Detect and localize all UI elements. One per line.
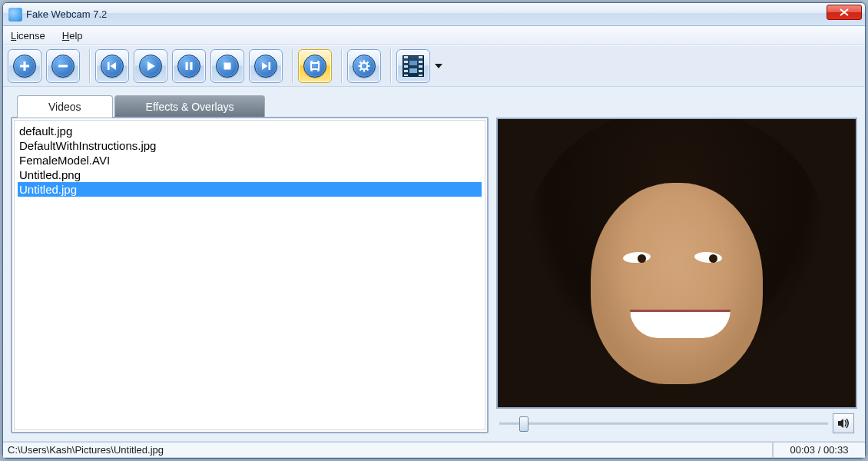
separator — [292, 49, 293, 83]
skip-next-icon — [254, 55, 277, 78]
add-button[interactable] — [8, 49, 41, 83]
close-icon — [840, 8, 849, 16]
svg-rect-7 — [269, 62, 271, 70]
media-type-dropdown[interactable] — [396, 49, 442, 83]
prev-button[interactable] — [95, 49, 129, 83]
list-item[interactable]: Untitled.png — [18, 167, 482, 182]
chevron-down-icon — [435, 64, 442, 68]
status-time: 00:03 / 00:33 — [773, 442, 865, 458]
left-pane: Videos Effects & Overlays default.jpg De… — [11, 95, 489, 433]
pause-button[interactable] — [172, 49, 206, 83]
play-button[interactable] — [134, 49, 167, 83]
pause-icon — [177, 55, 200, 78]
preview-pane — [496, 118, 857, 409]
app-window: Fake Webcam 7.2 License Help — [2, 2, 866, 459]
status-bar: C:\Users\Kash\Pictures\Untitled.jpg 00:0… — [3, 441, 865, 458]
svg-line-15 — [367, 69, 369, 71]
svg-rect-3 — [108, 62, 110, 70]
stop-button[interactable] — [210, 49, 244, 83]
play-icon — [139, 55, 162, 78]
plus-icon — [13, 55, 36, 78]
seek-slider[interactable] — [499, 414, 828, 433]
next-button[interactable] — [249, 49, 283, 83]
right-pane — [496, 118, 857, 433]
list-item[interactable]: DefaultWithInstructions.jpg — [18, 138, 482, 153]
preview-image — [498, 119, 856, 407]
status-path: C:\Users\Kash\Pictures\Untitled.jpg — [3, 442, 773, 458]
svg-rect-1 — [20, 65, 29, 68]
svg-rect-2 — [58, 65, 68, 68]
separator — [390, 49, 392, 83]
separator — [341, 49, 343, 83]
svg-line-14 — [360, 62, 362, 64]
svg-rect-6 — [224, 63, 231, 70]
volume-button[interactable] — [833, 413, 854, 433]
toolbar — [3, 45, 865, 87]
file-list[interactable]: default.jpg DefaultWithInstructions.jpg … — [11, 117, 489, 433]
app-icon — [8, 8, 22, 22]
titlebar[interactable]: Fake Webcam 7.2 — [3, 3, 865, 26]
content-area: Videos Effects & Overlays default.jpg De… — [3, 87, 865, 441]
separator — [89, 49, 91, 83]
list-item[interactable]: FemaleModel.AVI — [18, 153, 482, 167]
window-title: Fake Webcam 7.2 — [26, 8, 107, 20]
menubar: License Help — [3, 26, 865, 45]
svg-line-17 — [360, 69, 362, 71]
stop-icon — [216, 55, 239, 78]
settings-button[interactable] — [347, 49, 381, 83]
list-item[interactable]: default.jpg — [18, 124, 482, 138]
svg-rect-4 — [186, 62, 188, 70]
fit-screen-button[interactable] — [298, 49, 332, 83]
volume-icon — [837, 418, 850, 429]
menu-help[interactable]: Help — [62, 30, 83, 41]
svg-point-9 — [361, 63, 367, 69]
menu-license[interactable]: License — [11, 30, 45, 41]
tabs: Videos Effects & Overlays — [17, 95, 489, 117]
gear-icon — [353, 55, 376, 78]
media-type-button[interactable] — [396, 49, 430, 83]
seek-bar — [496, 409, 857, 433]
list-item[interactable]: Untitled.jpg — [18, 182, 482, 197]
tab-effects[interactable]: Effects & Overlays — [114, 95, 266, 118]
fit-screen-icon — [303, 55, 326, 78]
seek-thumb[interactable] — [519, 416, 528, 432]
minus-icon — [51, 55, 75, 78]
tab-videos[interactable]: Videos — [17, 95, 113, 118]
remove-button[interactable] — [46, 49, 80, 83]
film-icon — [403, 55, 424, 77]
svg-rect-5 — [190, 62, 192, 70]
skip-prev-icon — [101, 55, 124, 78]
svg-rect-8 — [311, 63, 319, 69]
close-button[interactable] — [827, 5, 862, 20]
svg-line-16 — [367, 62, 369, 64]
